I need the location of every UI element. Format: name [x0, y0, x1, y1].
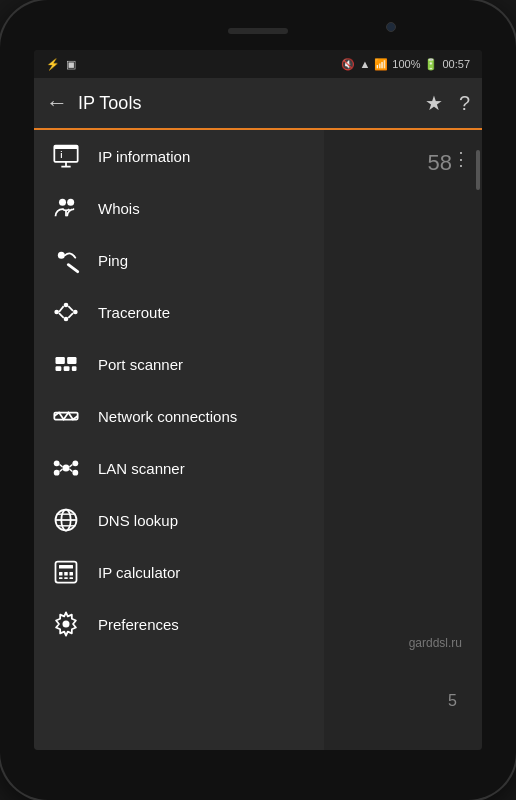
whois-label: Whois — [98, 200, 140, 217]
svg-point-24 — [72, 460, 78, 466]
nav-item-ip-calculator[interactable]: IP calculator — [34, 546, 324, 598]
main-content: i IP information — [34, 130, 482, 750]
svg-line-13 — [68, 306, 73, 311]
bg-number2: 5 — [448, 692, 457, 710]
svg-point-7 — [58, 252, 65, 259]
lan-scanner-icon — [50, 452, 82, 484]
status-bar: ⚡ ▣ 🔇 ▲ 📶 100% 🔋 00:57 — [34, 50, 482, 78]
phone-camera — [386, 22, 396, 32]
svg-line-29 — [60, 469, 63, 471]
svg-line-14 — [68, 313, 73, 318]
ip-information-label: IP information — [98, 148, 190, 165]
svg-rect-17 — [67, 357, 76, 364]
preferences-label: Preferences — [98, 616, 179, 633]
nav-drawer: i IP information — [34, 130, 324, 750]
svg-text:i: i — [60, 151, 62, 160]
svg-point-22 — [63, 465, 70, 472]
app-title: IP Tools — [78, 93, 425, 114]
svg-line-27 — [60, 465, 63, 467]
svg-point-26 — [72, 470, 78, 476]
phone-signal-icon: 📶 — [374, 58, 388, 71]
phone-screen: ⚡ ▣ 🔇 ▲ 📶 100% 🔋 00:57 ← IP Tools ★ ? — [34, 50, 482, 750]
svg-rect-38 — [59, 572, 63, 576]
svg-rect-43 — [70, 577, 74, 579]
svg-rect-41 — [59, 577, 63, 579]
network-connections-label: Network connections — [98, 408, 237, 425]
dns-lookup-label: DNS lookup — [98, 512, 178, 529]
svg-point-8 — [54, 310, 59, 315]
nav-item-preferences[interactable]: Preferences — [34, 598, 324, 650]
phone-frame: ⚡ ▣ 🔇 ▲ 📶 100% 🔋 00:57 ← IP Tools ★ ? — [0, 0, 516, 800]
svg-rect-16 — [56, 357, 65, 364]
status-left-icons: ⚡ ▣ — [46, 58, 76, 71]
svg-rect-37 — [59, 565, 73, 569]
svg-rect-18 — [56, 366, 62, 371]
port-scanner-icon — [50, 348, 82, 380]
svg-point-11 — [64, 317, 69, 322]
nav-item-ip-information[interactable]: i IP information — [34, 130, 324, 182]
star-button[interactable]: ★ — [425, 91, 443, 115]
svg-point-9 — [64, 303, 69, 308]
ping-label: Ping — [98, 252, 128, 269]
svg-point-6 — [67, 199, 74, 206]
wifi-icon: ▲ — [359, 58, 370, 70]
nav-item-port-scanner[interactable]: Port scanner — [34, 338, 324, 390]
nav-item-dns-lookup[interactable]: DNS lookup — [34, 494, 324, 546]
svg-rect-20 — [72, 366, 77, 371]
svg-line-28 — [70, 465, 73, 467]
battery-icon: 🔋 — [424, 58, 438, 71]
app-bar-actions: ★ ? — [425, 91, 470, 115]
svg-rect-1 — [54, 146, 77, 150]
bg-domain: garddsl.ru — [409, 636, 462, 650]
background-content: 58 ⋮ garddsl.ru 5 — [324, 130, 482, 750]
more-options-icon[interactable]: ⋮ — [452, 148, 470, 170]
svg-line-12 — [59, 306, 64, 312]
nav-item-network-connections[interactable]: Network connections — [34, 390, 324, 442]
svg-point-23 — [54, 460, 60, 466]
svg-rect-40 — [70, 572, 74, 576]
lan-scanner-label: LAN scanner — [98, 460, 185, 477]
usb-icon: ⚡ — [46, 58, 60, 71]
svg-point-5 — [59, 199, 66, 206]
back-button[interactable]: ← — [46, 90, 68, 116]
help-button[interactable]: ? — [459, 92, 470, 115]
bg-number1: 58 — [428, 150, 452, 176]
port-scanner-label: Port scanner — [98, 356, 183, 373]
sim-icon: ▣ — [66, 58, 76, 71]
traceroute-label: Traceroute — [98, 304, 170, 321]
mute-icon: 🔇 — [341, 58, 355, 71]
svg-point-44 — [63, 621, 70, 628]
svg-point-25 — [54, 470, 60, 476]
ping-icon — [50, 244, 82, 276]
svg-point-10 — [73, 310, 78, 315]
battery-percent: 100% — [392, 58, 420, 70]
ip-calculator-icon — [50, 556, 82, 588]
time-display: 00:57 — [442, 58, 470, 70]
ip-information-icon: i — [50, 140, 82, 172]
nav-item-traceroute[interactable]: Traceroute — [34, 286, 324, 338]
phone-speaker — [228, 28, 288, 34]
svg-rect-39 — [64, 572, 68, 576]
svg-line-30 — [70, 469, 73, 471]
app-bar: ← IP Tools ★ ? — [34, 78, 482, 130]
ip-calculator-label: IP calculator — [98, 564, 180, 581]
preferences-icon — [50, 608, 82, 640]
dns-lookup-icon — [50, 504, 82, 536]
traceroute-icon — [50, 296, 82, 328]
network-connections-icon — [50, 400, 82, 432]
status-right-icons: 🔇 ▲ 📶 100% 🔋 00:57 — [341, 58, 470, 71]
whois-icon — [50, 192, 82, 224]
nav-item-lan-scanner[interactable]: LAN scanner — [34, 442, 324, 494]
nav-item-ping[interactable]: Ping — [34, 234, 324, 286]
scroll-indicator[interactable] — [476, 150, 480, 190]
svg-line-15 — [59, 313, 64, 318]
svg-rect-19 — [64, 366, 70, 371]
svg-rect-42 — [64, 577, 68, 579]
nav-item-whois[interactable]: Whois — [34, 182, 324, 234]
